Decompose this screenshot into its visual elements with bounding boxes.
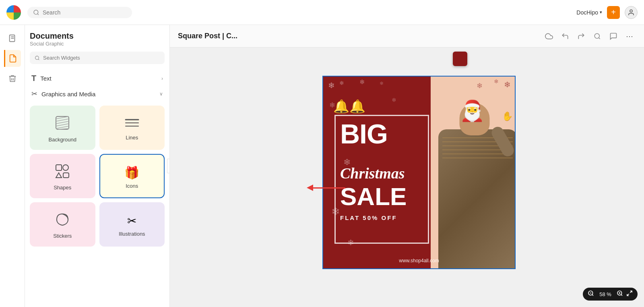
- sidebar-collapse-arrow[interactable]: ‹: [167, 159, 170, 173]
- user-avatar[interactable]: [625, 6, 638, 19]
- arrow-annotation: [307, 185, 345, 191]
- website-url: www.shop4all.com: [399, 258, 439, 263]
- widget-stickers[interactable]: Stickers: [30, 202, 95, 247]
- snowflake-1: ❄: [328, 81, 335, 90]
- zoom-bar: 58 %: [583, 288, 638, 301]
- lines-widget-label: Lines: [126, 135, 138, 141]
- arrow-head: [307, 185, 313, 191]
- topbar: DocHipo ▾ +: [0, 0, 644, 25]
- rail-documents[interactable]: [4, 30, 21, 47]
- svg-line-23: [599, 37, 600, 39]
- search-icon-small: [35, 55, 40, 61]
- icon-rail: [0, 25, 25, 307]
- snowflake-2: ❄: [339, 80, 344, 86]
- bells-decoration: 🔔🔔: [333, 99, 365, 114]
- lines-widget-icon: [125, 117, 139, 131]
- svg-point-6: [35, 56, 39, 60]
- christmas-text: Christmas: [340, 164, 405, 182]
- icons-widget-label: Icons: [126, 183, 138, 189]
- cloud-save-button[interactable]: [543, 30, 555, 43]
- snowflake-4: ❄: [380, 81, 384, 86]
- canvas-workspace[interactable]: ❄ ❄ ❄ ❄ ❄ ❄ ❄ ❄ ❄ ❄ ❄ ❄ ❄ ❄ ❄ 🔔🔔: [170, 48, 644, 307]
- background-widget-label: Background: [49, 137, 76, 143]
- snowflake-3: ❄: [359, 78, 365, 86]
- canvas-area: Square Post | C...: [170, 25, 644, 307]
- canvas-search-button[interactable]: [591, 30, 604, 43]
- svg-rect-18: [56, 165, 62, 170]
- rail-trash[interactable]: [4, 70, 21, 87]
- brand-label[interactable]: DocHipo ▾: [576, 9, 602, 16]
- stickers-widget-icon: [55, 212, 70, 230]
- svg-marker-20: [56, 173, 62, 178]
- global-search-bar[interactable]: [27, 7, 132, 18]
- icons-widget-icon: 🎁: [124, 166, 139, 180]
- fullscreen-button[interactable]: [626, 290, 633, 298]
- svg-line-1: [37, 14, 39, 15]
- graphics-section-chevron: ∨: [159, 91, 163, 97]
- shapes-widget-label: Shapes: [54, 185, 71, 191]
- svg-point-0: [34, 10, 38, 15]
- svg-line-13: [56, 126, 69, 129]
- background-widget-icon: [55, 116, 70, 133]
- arrow-line: [313, 187, 345, 189]
- person-illustration: 🎅 ✋: [428, 77, 515, 268]
- text-section-icon: T: [31, 74, 36, 83]
- svg-line-10: [56, 119, 69, 121]
- sale-text: SALE: [340, 182, 407, 211]
- topbar-right: DocHipo ▾ +: [576, 6, 638, 19]
- text-section-label: Text: [40, 75, 52, 82]
- widget-search-bar[interactable]: [30, 52, 165, 64]
- shapes-widget-icon: [55, 164, 70, 181]
- svg-line-12: [56, 124, 69, 126]
- search-input[interactable]: [43, 9, 115, 16]
- sidebar-subtitle: Social Graphic: [30, 41, 165, 47]
- svg-line-44: [621, 295, 622, 296]
- sidebar-section-graphics[interactable]: ✂ Graphics and Media ∨: [30, 86, 165, 102]
- rail-editor[interactable]: [4, 50, 21, 67]
- widget-search-input[interactable]: [43, 55, 160, 61]
- redo-button[interactable]: [575, 30, 588, 43]
- sidebar-title: Documents: [30, 31, 165, 41]
- svg-point-2: [630, 10, 632, 12]
- svg-point-19: [63, 165, 68, 170]
- app-logo[interactable]: [6, 5, 21, 20]
- widget-lines[interactable]: Lines: [99, 106, 165, 150]
- flat-off-text: FLAT 50% OFF: [340, 214, 397, 221]
- color-swatch[interactable]: [453, 52, 467, 66]
- more-options-button[interactable]: ⋯: [623, 30, 636, 43]
- document-title: Square Post | C...: [178, 32, 237, 40]
- graphics-section-icon: ✂: [31, 89, 37, 98]
- zoom-in-button[interactable]: [617, 290, 623, 298]
- widget-illustrations[interactable]: ✂ Illustrations: [99, 202, 165, 247]
- add-button[interactable]: +: [607, 6, 620, 19]
- zoom-out-button[interactable]: [588, 290, 594, 298]
- widget-grid: Background Lines: [30, 106, 165, 247]
- snowflake-9: ❄: [392, 97, 396, 103]
- big-text: BIG: [340, 120, 388, 147]
- zoom-level: 58 %: [597, 291, 613, 297]
- text-section-chevron: ›: [161, 76, 163, 81]
- widget-icons[interactable]: 🎁 Icons: [99, 154, 165, 198]
- widget-shapes[interactable]: Shapes: [30, 154, 95, 198]
- main-layout: Documents Social Graphic T Text › ✂ Grap…: [0, 25, 644, 307]
- svg-line-11: [56, 121, 69, 124]
- widget-background[interactable]: Background: [30, 106, 95, 150]
- sidebar-section-text[interactable]: T Text ›: [30, 71, 165, 86]
- undo-button[interactable]: [559, 30, 572, 43]
- illustrations-widget-icon: ✂: [127, 214, 136, 228]
- svg-point-22: [594, 33, 599, 38]
- svg-rect-21: [63, 173, 69, 178]
- svg-line-7: [38, 59, 39, 60]
- design-canvas[interactable]: ❄ ❄ ❄ ❄ ❄ ❄ ❄ ❄ ❄ ❄ ❄ ❄ ❄ ❄ ❄ 🔔🔔: [322, 76, 516, 269]
- graphics-section-label: Graphics and Media: [41, 91, 95, 97]
- illustrations-widget-label: Illustrations: [119, 231, 145, 237]
- search-icon: [33, 9, 39, 16]
- stickers-widget-label: Stickers: [53, 233, 72, 239]
- comment-button[interactable]: [607, 30, 620, 43]
- svg-line-41: [592, 295, 593, 296]
- sidebar-panel: Documents Social Graphic T Text › ✂ Grap…: [25, 25, 170, 307]
- canvas-topbar: Square Post | C...: [170, 25, 644, 48]
